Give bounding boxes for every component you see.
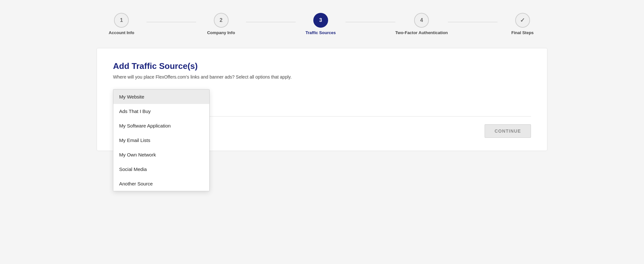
dropdown-item-another-source[interactable]: Another Source [113, 176, 209, 191]
dropdown-menu[interactable]: My Website Ads That I Buy My Software Ap… [113, 89, 210, 191]
check-icon: ✓ [520, 17, 525, 24]
stepper: 1 Account Info 2 Company Info 3 Traffic … [97, 13, 547, 35]
card-subtitle: Where will you place FlexOffers.com's li… [113, 74, 531, 80]
connector-3-4 [346, 22, 395, 22]
step-3-label: Traffic Sources [306, 30, 336, 35]
step-4-label: Two-Factor Authentication [395, 30, 448, 35]
dropdown-item-social-media[interactable]: Social Media [113, 162, 209, 176]
step-1: 1 Account Info [97, 13, 147, 35]
step-5-label: Final Steps [511, 30, 534, 35]
step-2-label: Company Info [207, 30, 235, 35]
step-4: 4 Two-Factor Authentication [395, 13, 448, 35]
continue-button[interactable]: CONTINUE [485, 124, 531, 138]
dropdown-item-my-own-network[interactable]: My Own Network [113, 147, 209, 162]
step-4-circle[interactable]: 4 [414, 13, 429, 28]
step-5: ✓ Final Steps [497, 13, 547, 35]
main-card: Add Traffic Source(s) Where will you pla… [97, 48, 547, 151]
connector-2-3 [246, 22, 296, 22]
card-title: Add Traffic Source(s) [113, 61, 531, 71]
step-5-circle[interactable]: ✓ [515, 13, 530, 28]
content-row: My Website Ads That I Buy My Software Ap… [113, 89, 531, 103]
dropdown-item-my-website[interactable]: My Website [113, 90, 209, 104]
step-2-circle[interactable]: 2 [214, 13, 229, 28]
connector-1-2 [147, 22, 196, 22]
step-1-circle[interactable]: 1 [114, 13, 129, 28]
step-2: 2 Company Info [196, 13, 246, 35]
dropdown-item-ads-that-i-buy[interactable]: Ads That I Buy [113, 104, 209, 118]
step-1-label: Account Info [109, 30, 134, 35]
step-3: 3 Traffic Sources [296, 13, 346, 35]
dropdown-item-my-email-lists[interactable]: My Email Lists [113, 133, 209, 147]
connector-4-5 [448, 22, 498, 22]
dropdown-item-my-software-application[interactable]: My Software Application [113, 118, 209, 133]
step-3-circle[interactable]: 3 [313, 13, 328, 28]
